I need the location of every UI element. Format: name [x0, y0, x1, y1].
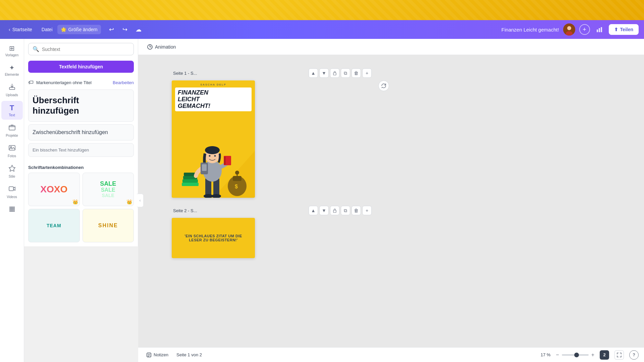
svg-rect-44	[202, 164, 207, 171]
page-2-lock-button[interactable]	[330, 206, 339, 215]
page-1-delete-button[interactable]: 🗑	[352, 68, 361, 78]
projekte-icon	[8, 124, 16, 133]
uploads-icon	[8, 83, 16, 92]
main-title: FINANZEN LEICHT GEMACHT!	[178, 89, 249, 109]
search-input[interactable]	[42, 47, 129, 52]
font-combo-sale[interactable]: SALE SALE SALE 👑	[83, 173, 134, 206]
undo-button[interactable]: ↩	[106, 24, 117, 35]
page-2-canvas: 'EIN SCHLAUES ZITAT UM DIE LESER ZU BEGE…	[172, 218, 373, 258]
user-avatar[interactable]	[563, 23, 575, 36]
sale-line-3: SALE	[102, 193, 114, 198]
startseite-button[interactable]: ‹ Startseite	[5, 25, 36, 34]
sidebar-item-uploads[interactable]: Uploads	[1, 80, 23, 100]
analytics-button[interactable]	[594, 24, 605, 35]
videos-icon	[8, 185, 16, 194]
svg-point-34	[204, 194, 213, 198]
sidebar-item-projekte[interactable]: Projekte	[1, 121, 23, 140]
svg-rect-6	[9, 87, 15, 89]
page-1-label: Seite 1 - S...	[173, 71, 197, 76]
page-2-controls: ▲ ▼ ⧉ 🗑 +	[309, 206, 372, 215]
sidebar-item-vorlagen[interactable]: ⊞ Vorlagen	[1, 42, 23, 60]
page-1-down-button[interactable]: ▼	[319, 68, 329, 78]
hide-panel-button[interactable]: ‹	[137, 194, 144, 207]
page-1-add-button[interactable]: +	[362, 68, 372, 78]
page-2-down-button[interactable]: ▼	[319, 206, 329, 215]
quote-text: 'EIN SCHLAUES ZITAT UM DIE LESER ZU BEGE…	[178, 234, 248, 242]
sidebar-item-muster[interactable]	[1, 203, 23, 218]
sidebar-item-elemente[interactable]: ✦ Elemente	[1, 61, 23, 79]
bar-chart-icon	[596, 26, 603, 33]
teal-text: TEAM	[47, 223, 61, 228]
xoxo-text: XOXO	[40, 184, 67, 195]
zoom-plus-icon[interactable]: +	[591, 352, 594, 358]
fullscreen-icon	[617, 353, 622, 357]
edit-brand-link[interactable]: Bearbeiten	[113, 80, 134, 85]
add-body-button[interactable]: Ein bisschen Text hinzufügen	[28, 143, 134, 157]
svg-point-42	[214, 155, 216, 157]
share-button[interactable]: ⬆ Teilen	[609, 24, 639, 35]
main-title-box: FINANZEN LEICHT GEMACHT!	[175, 87, 252, 111]
brand-label: Markenunterlagen ohne Titel	[36, 80, 110, 85]
uploads-label: Uploads	[6, 93, 18, 97]
body-text: Ein bisschen Text hinzufügen	[33, 147, 89, 153]
font-combo-shine[interactable]: SHINE	[83, 209, 134, 242]
text-label: Text	[9, 113, 15, 117]
sidebar-item-stile[interactable]: Stile	[1, 162, 23, 181]
groesse-button[interactable]: 🌟 Größe ändern	[57, 25, 101, 34]
page-1-lock-button[interactable]	[330, 68, 339, 78]
svg-rect-24	[233, 176, 241, 181]
cloud-save-button[interactable]: ☁	[133, 24, 144, 35]
svg-rect-7	[9, 126, 15, 130]
add-textfield-button[interactable]: Textfeld hinzufügen	[28, 61, 134, 73]
shine-text: SHINE	[98, 223, 118, 229]
page-1-controls: ▲ ▼ ⧉ 🗑 +	[309, 68, 372, 78]
text-panel-wrapper: 🔍 Textfeld hinzufügen 🏷 Markenunterlagen…	[24, 39, 138, 362]
share-icon: ⬆	[614, 27, 618, 32]
project-title: Finanzen Leicht gemacht!	[501, 27, 559, 33]
subheading-text: Zwischenüberschrift hinzufügen	[33, 129, 108, 135]
page-1-canvas: SASCHA DELP FINANZEN LEICHT GEMACHT!	[172, 80, 373, 198]
header: ‹ Startseite Datei 🌟 Größe ändern ↩ ↪ ☁	[0, 20, 644, 39]
page-1-refresh-button[interactable]	[378, 80, 389, 91]
help-button[interactable]: ?	[629, 350, 639, 360]
fullscreen-button[interactable]	[614, 350, 624, 360]
sale-style: SALE SALE SALE	[100, 181, 116, 198]
svg-rect-5	[601, 27, 602, 32]
projekte-label: Projekte	[6, 134, 18, 137]
redo-button[interactable]: ↪	[120, 24, 130, 35]
page-1-up-button[interactable]: ▲	[309, 68, 318, 78]
zoom-slider[interactable]	[562, 354, 589, 356]
zoom-minus-icon[interactable]: −	[556, 352, 559, 358]
font-combo-teal[interactable]: TEAM	[28, 209, 80, 242]
zoom-thumb	[574, 353, 579, 357]
add-heading-button[interactable]: Überschrifthinzufügen	[28, 89, 134, 122]
page-2-copy-button[interactable]: ⧉	[341, 206, 350, 215]
notes-button[interactable]: Notizen	[144, 351, 171, 359]
page-2-up-button[interactable]: ▲	[309, 206, 318, 215]
sidebar-item-videos[interactable]: Videos	[1, 182, 23, 201]
add-account-button[interactable]: +	[579, 24, 590, 35]
datei-button[interactable]: Datei	[38, 25, 56, 34]
page-header-1: Seite 1 - S... ▲ ▼ ⧉ 🗑	[172, 68, 373, 78]
sidebar-item-fotos[interactable]: Fotos	[1, 141, 23, 161]
page-1-design[interactable]: SASCHA DELP FINANZEN LEICHT GEMACHT!	[172, 80, 255, 198]
notes-label: Notizen	[154, 352, 168, 357]
lock-icon-2	[333, 208, 337, 213]
stile-label: Stile	[9, 175, 15, 178]
page-2-delete-button[interactable]: 🗑	[352, 206, 361, 215]
heading-text: Überschrifthinzufügen	[33, 95, 129, 116]
back-arrow-icon: ‹	[9, 27, 10, 32]
add-subheading-button[interactable]: Zwischenüberschrift hinzufügen	[28, 124, 134, 140]
page-2-design[interactable]: 'EIN SCHLAUES ZITAT UM DIE LESER ZU BEGE…	[172, 218, 255, 258]
canvas-scroll[interactable]: Seite 1 - S... ▲ ▼ ⧉ 🗑	[138, 55, 644, 347]
page-card-2: Seite 2 - S... ▲ ▼ ⧉ 🗑	[172, 206, 373, 258]
page-1-copy-button[interactable]: ⧉	[341, 68, 350, 78]
page-2-add-button[interactable]: +	[362, 206, 372, 215]
sale-line-1: SALE	[100, 181, 116, 187]
page-2-label: Seite 2 - S...	[173, 208, 197, 213]
font-combo-xoxo[interactable]: XOXO 👑	[28, 173, 80, 206]
animation-button[interactable]: Animation	[144, 42, 179, 52]
muster-icon	[8, 205, 16, 215]
lock-icon	[333, 71, 337, 75]
sidebar-item-text[interactable]: T Text	[1, 101, 23, 120]
